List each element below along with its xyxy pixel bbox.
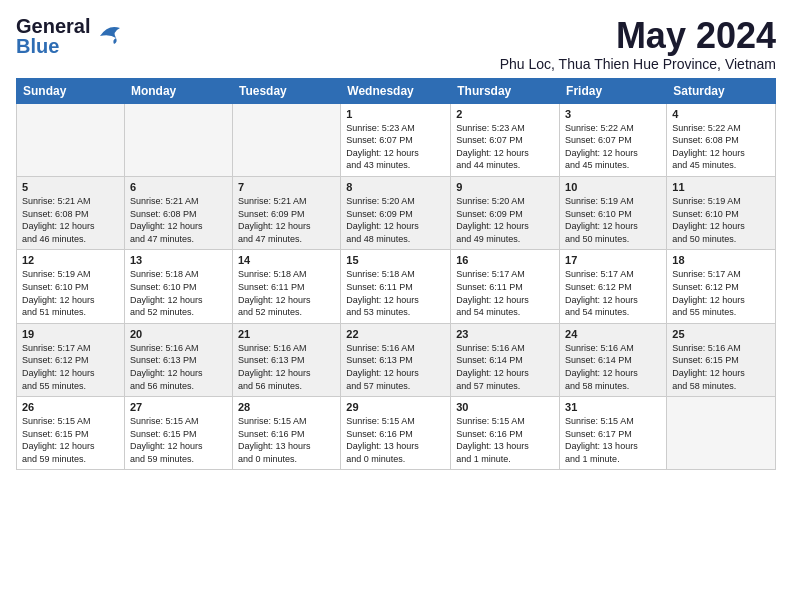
calendar-cell: 24Sunrise: 5:16 AM Sunset: 6:14 PM Dayli… <box>560 323 667 396</box>
calendar-cell: 14Sunrise: 5:18 AM Sunset: 6:11 PM Dayli… <box>232 250 340 323</box>
day-info: Sunrise: 5:17 AM Sunset: 6:11 PM Dayligh… <box>456 268 554 318</box>
calendar-cell: 31Sunrise: 5:15 AM Sunset: 6:17 PM Dayli… <box>560 397 667 470</box>
day-info: Sunrise: 5:22 AM Sunset: 6:08 PM Dayligh… <box>672 122 770 172</box>
day-number: 2 <box>456 108 554 120</box>
day-number: 15 <box>346 254 445 266</box>
day-number: 22 <box>346 328 445 340</box>
day-number: 21 <box>238 328 335 340</box>
day-number: 24 <box>565 328 661 340</box>
calendar-cell <box>667 397 776 470</box>
day-number: 28 <box>238 401 335 413</box>
day-number: 23 <box>456 328 554 340</box>
day-number: 30 <box>456 401 554 413</box>
calendar-cell: 5Sunrise: 5:21 AM Sunset: 6:08 PM Daylig… <box>17 176 125 249</box>
calendar-cell: 26Sunrise: 5:15 AM Sunset: 6:15 PM Dayli… <box>17 397 125 470</box>
logo-general: General <box>16 16 90 36</box>
day-info: Sunrise: 5:16 AM Sunset: 6:14 PM Dayligh… <box>565 342 661 392</box>
day-info: Sunrise: 5:18 AM Sunset: 6:11 PM Dayligh… <box>346 268 445 318</box>
location-subtitle: Phu Loc, Thua Thien Hue Province, Vietna… <box>500 56 776 72</box>
calendar-cell: 27Sunrise: 5:15 AM Sunset: 6:15 PM Dayli… <box>124 397 232 470</box>
day-number: 20 <box>130 328 227 340</box>
day-info: Sunrise: 5:16 AM Sunset: 6:15 PM Dayligh… <box>672 342 770 392</box>
day-info: Sunrise: 5:18 AM Sunset: 6:11 PM Dayligh… <box>238 268 335 318</box>
calendar-cell: 19Sunrise: 5:17 AM Sunset: 6:12 PM Dayli… <box>17 323 125 396</box>
page-header: General Blue May 2024 Phu Loc, Thua Thie… <box>16 16 776 72</box>
day-number: 7 <box>238 181 335 193</box>
day-info: Sunrise: 5:20 AM Sunset: 6:09 PM Dayligh… <box>346 195 445 245</box>
calendar-header-row: SundayMondayTuesdayWednesdayThursdayFrid… <box>17 78 776 103</box>
calendar-cell: 11Sunrise: 5:19 AM Sunset: 6:10 PM Dayli… <box>667 176 776 249</box>
day-info: Sunrise: 5:15 AM Sunset: 6:16 PM Dayligh… <box>346 415 445 465</box>
day-number: 26 <box>22 401 119 413</box>
logo-blue: Blue <box>16 36 90 56</box>
calendar-cell: 7Sunrise: 5:21 AM Sunset: 6:09 PM Daylig… <box>232 176 340 249</box>
calendar-table: SundayMondayTuesdayWednesdayThursdayFrid… <box>16 78 776 471</box>
day-info: Sunrise: 5:19 AM Sunset: 6:10 PM Dayligh… <box>672 195 770 245</box>
day-info: Sunrise: 5:17 AM Sunset: 6:12 PM Dayligh… <box>672 268 770 318</box>
day-header-saturday: Saturday <box>667 78 776 103</box>
day-info: Sunrise: 5:21 AM Sunset: 6:08 PM Dayligh… <box>130 195 227 245</box>
calendar-cell: 25Sunrise: 5:16 AM Sunset: 6:15 PM Dayli… <box>667 323 776 396</box>
day-number: 8 <box>346 181 445 193</box>
calendar-cell <box>124 103 232 176</box>
day-header-tuesday: Tuesday <box>232 78 340 103</box>
day-info: Sunrise: 5:17 AM Sunset: 6:12 PM Dayligh… <box>565 268 661 318</box>
calendar-cell: 18Sunrise: 5:17 AM Sunset: 6:12 PM Dayli… <box>667 250 776 323</box>
day-info: Sunrise: 5:15 AM Sunset: 6:15 PM Dayligh… <box>130 415 227 465</box>
calendar-cell: 30Sunrise: 5:15 AM Sunset: 6:16 PM Dayli… <box>451 397 560 470</box>
calendar-cell: 20Sunrise: 5:16 AM Sunset: 6:13 PM Dayli… <box>124 323 232 396</box>
day-info: Sunrise: 5:21 AM Sunset: 6:08 PM Dayligh… <box>22 195 119 245</box>
calendar-cell: 3Sunrise: 5:22 AM Sunset: 6:07 PM Daylig… <box>560 103 667 176</box>
calendar-cell: 22Sunrise: 5:16 AM Sunset: 6:13 PM Dayli… <box>341 323 451 396</box>
day-header-monday: Monday <box>124 78 232 103</box>
day-number: 16 <box>456 254 554 266</box>
day-number: 10 <box>565 181 661 193</box>
day-header-wednesday: Wednesday <box>341 78 451 103</box>
day-number: 19 <box>22 328 119 340</box>
calendar-cell: 13Sunrise: 5:18 AM Sunset: 6:10 PM Dayli… <box>124 250 232 323</box>
day-info: Sunrise: 5:21 AM Sunset: 6:09 PM Dayligh… <box>238 195 335 245</box>
day-number: 4 <box>672 108 770 120</box>
day-info: Sunrise: 5:20 AM Sunset: 6:09 PM Dayligh… <box>456 195 554 245</box>
day-number: 31 <box>565 401 661 413</box>
day-info: Sunrise: 5:17 AM Sunset: 6:12 PM Dayligh… <box>22 342 119 392</box>
day-number: 3 <box>565 108 661 120</box>
calendar-cell: 2Sunrise: 5:23 AM Sunset: 6:07 PM Daylig… <box>451 103 560 176</box>
calendar-cell: 16Sunrise: 5:17 AM Sunset: 6:11 PM Dayli… <box>451 250 560 323</box>
calendar-cell: 10Sunrise: 5:19 AM Sunset: 6:10 PM Dayli… <box>560 176 667 249</box>
day-number: 17 <box>565 254 661 266</box>
calendar-week-row: 5Sunrise: 5:21 AM Sunset: 6:08 PM Daylig… <box>17 176 776 249</box>
calendar-cell <box>232 103 340 176</box>
calendar-week-row: 1Sunrise: 5:23 AM Sunset: 6:07 PM Daylig… <box>17 103 776 176</box>
day-number: 27 <box>130 401 227 413</box>
day-header-thursday: Thursday <box>451 78 560 103</box>
day-number: 14 <box>238 254 335 266</box>
month-title: May 2024 <box>500 16 776 56</box>
logo-bird-icon <box>92 22 124 50</box>
calendar-cell: 17Sunrise: 5:17 AM Sunset: 6:12 PM Dayli… <box>560 250 667 323</box>
day-info: Sunrise: 5:23 AM Sunset: 6:07 PM Dayligh… <box>456 122 554 172</box>
day-number: 18 <box>672 254 770 266</box>
day-number: 5 <box>22 181 119 193</box>
day-info: Sunrise: 5:16 AM Sunset: 6:13 PM Dayligh… <box>238 342 335 392</box>
calendar-cell: 29Sunrise: 5:15 AM Sunset: 6:16 PM Dayli… <box>341 397 451 470</box>
day-header-friday: Friday <box>560 78 667 103</box>
calendar-cell: 4Sunrise: 5:22 AM Sunset: 6:08 PM Daylig… <box>667 103 776 176</box>
day-number: 13 <box>130 254 227 266</box>
calendar-week-row: 12Sunrise: 5:19 AM Sunset: 6:10 PM Dayli… <box>17 250 776 323</box>
calendar-cell: 12Sunrise: 5:19 AM Sunset: 6:10 PM Dayli… <box>17 250 125 323</box>
day-info: Sunrise: 5:16 AM Sunset: 6:13 PM Dayligh… <box>346 342 445 392</box>
day-info: Sunrise: 5:18 AM Sunset: 6:10 PM Dayligh… <box>130 268 227 318</box>
calendar-week-row: 19Sunrise: 5:17 AM Sunset: 6:12 PM Dayli… <box>17 323 776 396</box>
title-block: May 2024 Phu Loc, Thua Thien Hue Provinc… <box>500 16 776 72</box>
calendar-cell: 6Sunrise: 5:21 AM Sunset: 6:08 PM Daylig… <box>124 176 232 249</box>
calendar-cell: 15Sunrise: 5:18 AM Sunset: 6:11 PM Dayli… <box>341 250 451 323</box>
calendar-cell <box>17 103 125 176</box>
day-info: Sunrise: 5:16 AM Sunset: 6:13 PM Dayligh… <box>130 342 227 392</box>
logo: General Blue <box>16 16 124 56</box>
day-info: Sunrise: 5:15 AM Sunset: 6:16 PM Dayligh… <box>456 415 554 465</box>
day-info: Sunrise: 5:22 AM Sunset: 6:07 PM Dayligh… <box>565 122 661 172</box>
calendar-cell: 23Sunrise: 5:16 AM Sunset: 6:14 PM Dayli… <box>451 323 560 396</box>
day-number: 9 <box>456 181 554 193</box>
calendar-cell: 21Sunrise: 5:16 AM Sunset: 6:13 PM Dayli… <box>232 323 340 396</box>
